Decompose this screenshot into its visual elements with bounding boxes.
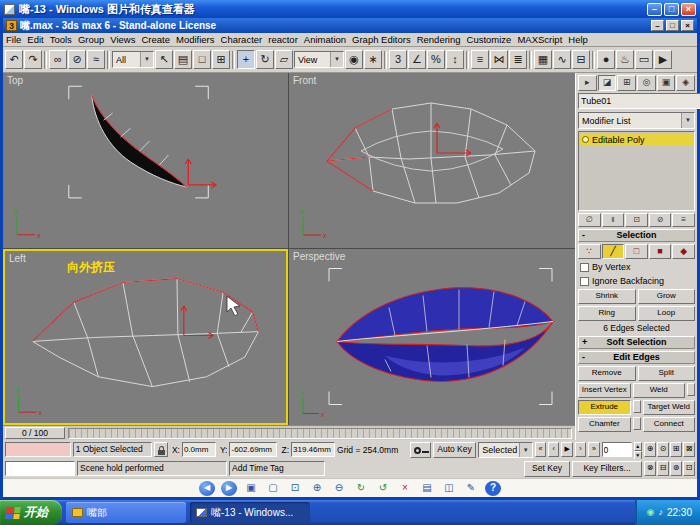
create-tab-icon[interactable]: ▸	[578, 75, 597, 91]
print-icon[interactable]: ▤	[419, 481, 435, 496]
selection-lock-toggle[interactable]	[154, 442, 168, 457]
menu-tools[interactable]: Tools	[47, 34, 75, 45]
utilities-tab-icon[interactable]: ◈	[676, 75, 695, 91]
edge-subobject-icon[interactable]: ╱	[602, 244, 625, 259]
render-type-icon[interactable]: ▭	[635, 50, 653, 69]
auto-key-button[interactable]: Auto Key	[433, 442, 476, 458]
quick-render-icon[interactable]: ▶	[654, 50, 672, 69]
edit-image-icon[interactable]: ✎	[463, 481, 479, 496]
viewport-front[interactable]: Front	[289, 73, 575, 248]
menu-group[interactable]: Group	[75, 34, 107, 45]
material-editor-icon[interactable]: ●	[597, 50, 615, 69]
frame-spinner[interactable]: ▲ ▼	[634, 442, 642, 457]
taskbar-item-mouth-folder[interactable]: 嘴部	[66, 502, 186, 523]
display-tab-icon[interactable]: ▣	[657, 75, 676, 91]
select-and-move-icon[interactable]: +	[237, 50, 255, 69]
select-and-rotate-icon[interactable]: ↻	[256, 50, 274, 69]
menu-animation[interactable]: Animation	[301, 34, 349, 45]
modifier-stack[interactable]: Editable Poly	[578, 131, 695, 211]
rotate-counterclockwise-icon[interactable]: ↺	[375, 481, 391, 496]
shrink-button[interactable]: Shrink	[578, 289, 636, 304]
reference-coordinate-dropdown[interactable]: View ▼	[294, 51, 344, 68]
play-icon[interactable]: ▶	[561, 442, 572, 457]
viewer-close-button[interactable]: ×	[681, 3, 696, 16]
menu-edit[interactable]: Edit	[24, 34, 46, 45]
min-max-toggle-icon[interactable]: ⊡	[683, 461, 695, 476]
menu-modifiers[interactable]: Modifiers	[173, 34, 218, 45]
extrude-button[interactable]: Extrude	[578, 400, 631, 415]
ring-button[interactable]: Ring	[578, 306, 636, 321]
max-titlebar[interactable]: 3 嘴.max - 3ds max 6 - Stand-alone Licens…	[3, 18, 697, 33]
curve-editor-icon[interactable]: ∿	[553, 50, 571, 69]
split-button[interactable]: Split	[638, 366, 696, 381]
mirror-icon[interactable]: ⋈	[490, 50, 508, 69]
show-end-result-icon[interactable]: ‖	[602, 213, 625, 227]
slideshow-icon[interactable]: ⊡	[287, 481, 303, 496]
weld-settings-button[interactable]	[687, 383, 695, 396]
spinner-up-icon[interactable]: ▲	[634, 442, 642, 451]
viewer-titlebar[interactable]: 嘴-13 - Windows 图片和传真查看器 – □ ×	[0, 0, 700, 18]
y-coordinate-field[interactable]	[229, 442, 277, 457]
menu-customize[interactable]: Customize	[464, 34, 515, 45]
menu-reactor[interactable]: reactor	[265, 34, 301, 45]
menu-help[interactable]: Help	[565, 34, 591, 45]
select-and-manipulate-icon[interactable]: ∗	[364, 50, 382, 69]
hierarchy-tab-icon[interactable]: ⊞	[617, 75, 636, 91]
network-tray-icon[interactable]: ◉	[647, 508, 655, 517]
element-subobject-icon[interactable]: ◆	[672, 244, 695, 259]
menu-views[interactable]: Views	[107, 34, 138, 45]
zoom-all-icon[interactable]: ⊙	[657, 442, 669, 457]
max-maximize-button[interactable]: □	[666, 20, 679, 31]
spinner-snap-icon[interactable]: ↕	[446, 50, 464, 69]
insert-vertex-button[interactable]: Insert Vertex	[578, 383, 631, 398]
arc-rotate-icon[interactable]: ⊛	[670, 461, 682, 476]
weld-button[interactable]: Weld	[633, 383, 686, 398]
render-scene-icon[interactable]: ♨	[616, 50, 634, 69]
modify-tab-icon[interactable]: ◪	[598, 75, 617, 91]
unlink-selection-icon[interactable]: ⊘	[68, 50, 86, 69]
percent-snap-icon[interactable]: %	[427, 50, 445, 69]
timeline-track[interactable]	[68, 428, 572, 439]
remove-button[interactable]: Remove	[578, 366, 636, 381]
previous-image-icon[interactable]: ◀	[199, 481, 215, 496]
maxscript-mini-listener-input[interactable]	[5, 461, 75, 476]
previous-frame-icon[interactable]: ‹	[548, 442, 559, 457]
layer-manager-icon[interactable]: ▦	[534, 50, 552, 69]
zoom-extents-all-icon[interactable]: ⊠	[683, 442, 695, 457]
zoom-extents-icon[interactable]: ⊞	[670, 442, 682, 457]
selection-rollout-header[interactable]: - Selection	[578, 229, 695, 242]
rotate-clockwise-icon[interactable]: ↻	[353, 481, 369, 496]
delete-image-icon[interactable]: ×	[397, 481, 413, 496]
make-unique-icon[interactable]: ⊡	[625, 213, 648, 227]
menu-rendering[interactable]: Rendering	[414, 34, 464, 45]
named-selection-sets-icon[interactable]: ≡	[471, 50, 489, 69]
perspective-viewport-canvas[interactable]: x y	[289, 249, 575, 425]
key-filters-button[interactable]: Key Filters...	[572, 461, 642, 477]
next-frame-icon[interactable]: ›	[575, 442, 586, 457]
go-to-end-icon[interactable]: »	[588, 442, 599, 457]
use-pivot-point-center-icon[interactable]: ◉	[345, 50, 363, 69]
border-subobject-icon[interactable]: □	[625, 244, 648, 259]
chamfer-button[interactable]: Chamfer	[578, 417, 631, 432]
chamfer-settings-button[interactable]	[633, 417, 641, 430]
by-vertex-row[interactable]: By Vertex	[578, 261, 695, 273]
rectangular-selection-region-icon[interactable]: □	[193, 50, 211, 69]
pan-icon[interactable]: ⊟	[657, 461, 669, 476]
connect-button[interactable]: Connect	[643, 417, 696, 432]
motion-tab-icon[interactable]: ◎	[637, 75, 656, 91]
edit-edges-rollout-header[interactable]: - Edit Edges	[578, 351, 695, 364]
viewport-top[interactable]: Top x	[3, 73, 288, 248]
top-viewport-canvas[interactable]: x y	[3, 73, 288, 248]
menu-file[interactable]: File	[3, 34, 24, 45]
target-weld-button[interactable]: Target Weld	[643, 400, 696, 415]
remove-modifier-icon[interactable]: ⊘	[649, 213, 672, 227]
go-to-start-icon[interactable]: «	[535, 442, 546, 457]
modifier-list-dropdown[interactable]: Modifier List ▼	[578, 112, 695, 129]
field-of-view-icon[interactable]: ⊗	[644, 461, 656, 476]
angle-snap-icon[interactable]: ∠	[408, 50, 426, 69]
loop-button[interactable]: Loop	[638, 306, 696, 321]
max-close-button[interactable]: ×	[681, 20, 694, 31]
menu-maxscript[interactable]: MAXScript	[514, 34, 565, 45]
redo-icon[interactable]: ↷	[24, 50, 42, 69]
x-coordinate-field[interactable]	[182, 442, 216, 457]
